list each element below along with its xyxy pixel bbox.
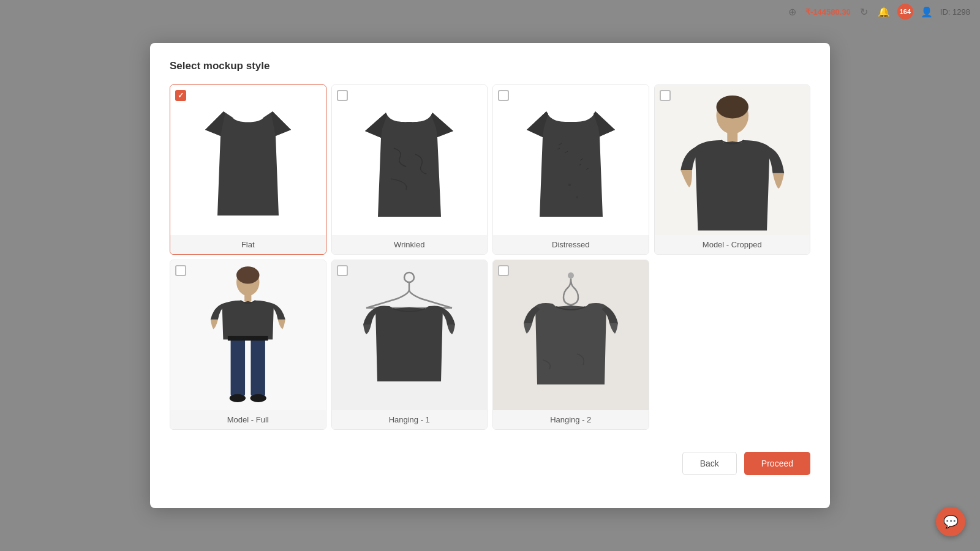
- svg-point-0: [568, 184, 571, 186]
- svg-rect-3: [727, 131, 737, 143]
- hanger-2-svg: [510, 268, 632, 403]
- label-hanging-2: Hanging - 2: [493, 410, 649, 429]
- mockup-card-model-full[interactable]: Model - Full: [170, 260, 326, 430]
- mockup-card-wrinkled[interactable]: Wrinkled: [331, 84, 488, 255]
- mockup-grid-row1: Flat Wrinkled: [170, 84, 810, 255]
- svg-rect-7: [244, 293, 251, 301]
- checkbox-model-cropped[interactable]: [660, 90, 671, 101]
- svg-point-13: [404, 272, 414, 282]
- svg-point-11: [230, 394, 246, 402]
- svg-rect-9: [251, 339, 265, 396]
- svg-point-1: [576, 196, 578, 198]
- mockup-card-model-cropped[interactable]: Model - Cropped: [654, 84, 811, 255]
- model-full-svg: [170, 260, 326, 410]
- checkbox-hanging-2[interactable]: [498, 265, 509, 276]
- mockup-grid-row2: Model - Full: [170, 260, 810, 430]
- back-button[interactable]: Back: [682, 452, 737, 475]
- tshirt-flat-svg: [199, 99, 297, 222]
- tshirt-wrinkled-svg: [360, 99, 458, 222]
- mockup-image-hanging-1: [332, 260, 488, 410]
- mockup-card-distressed[interactable]: Distressed: [492, 84, 649, 255]
- mockup-image-wrinkled: [332, 85, 488, 235]
- mockup-image-distressed: [493, 85, 649, 235]
- modal-title: Select mockup style: [170, 60, 810, 72]
- mockup-card-hanging-1[interactable]: Hanging - 1: [331, 260, 488, 430]
- mockup-image-flat: [170, 85, 326, 235]
- label-wrinkled: Wrinkled: [332, 235, 488, 254]
- modal-overlay: Select mockup style: [0, 0, 980, 551]
- mockup-card-hanging-2[interactable]: Hanging - 2: [492, 260, 649, 430]
- svg-point-15: [568, 272, 574, 279]
- label-distressed: Distressed: [493, 235, 649, 254]
- label-hanging-1: Hanging - 1: [332, 410, 488, 429]
- mockup-image-model-full: [170, 260, 326, 410]
- model-cropped-svg: [655, 85, 810, 235]
- chat-button[interactable]: 💬: [936, 507, 965, 536]
- checkbox-wrinkled[interactable]: [337, 90, 348, 101]
- modal-footer: Back Proceed: [170, 442, 810, 475]
- checkbox-flat[interactable]: [175, 90, 186, 101]
- label-model-cropped: Model - Cropped: [655, 235, 810, 254]
- checkbox-hanging-1[interactable]: [337, 265, 348, 276]
- empty-slot: [654, 260, 811, 430]
- svg-rect-8: [231, 339, 245, 396]
- mockup-image-model-cropped: [655, 85, 810, 235]
- modal: Select mockup style: [150, 43, 830, 508]
- label-model-full: Model - Full: [170, 410, 326, 429]
- chat-icon: 💬: [943, 514, 959, 529]
- svg-point-12: [251, 394, 266, 402]
- checkbox-model-full[interactable]: [175, 265, 186, 276]
- label-flat: Flat: [170, 235, 326, 254]
- hanger-1-svg: [348, 268, 470, 403]
- mockup-image-hanging-2: [493, 260, 649, 410]
- mockup-card-flat[interactable]: Flat: [170, 84, 326, 255]
- svg-rect-10: [228, 336, 268, 341]
- svg-point-6: [236, 266, 260, 283]
- svg-point-4: [716, 96, 748, 119]
- proceed-button[interactable]: Proceed: [744, 452, 810, 475]
- checkbox-distressed[interactable]: [498, 90, 509, 101]
- tshirt-distressed-svg: [522, 99, 620, 222]
